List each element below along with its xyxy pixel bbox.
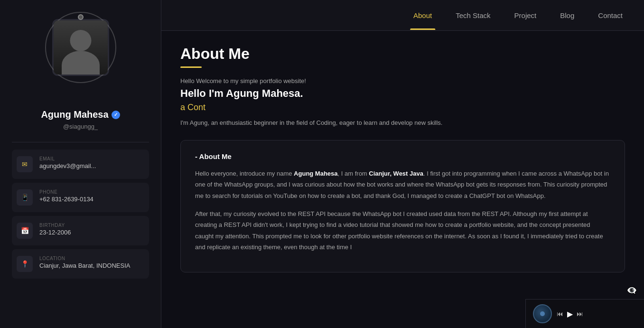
phone-info: 📱 PHONE +62 831-2639-0134 xyxy=(12,183,149,212)
profile-handle: @siagungg_ xyxy=(63,123,98,130)
visibility-icon[interactable]: 👁‍🗨 xyxy=(626,285,637,296)
phone-icon: 📱 xyxy=(17,189,33,206)
location-label: LOCATION xyxy=(39,256,130,261)
media-controls: ⏮ ▶ ⏭ xyxy=(557,309,583,319)
birthday-info: 📅 BIRTHDAY 23-12-2006 xyxy=(12,216,149,245)
location-info: 📍 LOCATION Cianjur, Jawa Barat, INDONESI… xyxy=(12,249,149,279)
email-label: EMAIL xyxy=(39,156,96,161)
phone-content: PHONE +62 831-2639-0134 xyxy=(39,189,93,203)
location-icon: 📍 xyxy=(17,256,33,272)
welcome-text: Hello Welcome to my simple portfolio web… xyxy=(180,77,625,84)
media-play-button[interactable]: ▶ xyxy=(567,309,573,319)
page-title: About Me xyxy=(180,45,625,63)
phone-label: PHONE xyxy=(39,189,93,195)
media-inner-dot xyxy=(540,311,545,316)
media-thumbnail xyxy=(533,304,552,323)
about-paragraph-1: Hello everyone, introduce my name Agung … xyxy=(195,168,610,201)
main-content: About Tech Stack Project Blog Contact Ab… xyxy=(161,0,644,328)
nav-item-contact[interactable]: Contact xyxy=(586,1,635,30)
avatar-container xyxy=(52,19,109,76)
sidebar: Agung Mahesa ✓ @siagungg_ ✉ EMAIL agungd… xyxy=(0,0,161,328)
page-layout: Agung Mahesa ✓ @siagungg_ ✉ EMAIL agungd… xyxy=(0,0,644,328)
email-icon: ✉ xyxy=(17,156,33,172)
title-underline xyxy=(180,66,202,68)
about-paragraph-2: After that, my curiosity evolved to the … xyxy=(195,208,610,253)
avatar xyxy=(52,19,109,76)
navigation: About Tech Stack Project Blog Contact xyxy=(161,0,644,31)
phone-value: +62 831-2639-0134 xyxy=(39,196,93,203)
profile-divider xyxy=(12,142,149,142)
birthday-icon: 📅 xyxy=(17,223,33,239)
birthday-content: BIRTHDAY 23-12-2006 xyxy=(39,223,71,236)
location-value: Cianjur, Jawa Barat, INDONESIA xyxy=(39,262,130,269)
nav-item-project[interactable]: Project xyxy=(503,1,549,30)
location-content: LOCATION Cianjur, Jawa Barat, INDONESIA xyxy=(39,256,130,269)
nav-item-tech-stack[interactable]: Tech Stack xyxy=(444,1,502,30)
nav-item-blog[interactable]: Blog xyxy=(548,1,586,30)
about-card-title: - About Me xyxy=(195,152,610,160)
nav-item-about[interactable]: About xyxy=(401,1,444,30)
media-fast-forward-button[interactable]: ⏭ xyxy=(577,310,583,318)
email-content: EMAIL agungdev3@gmail... xyxy=(39,156,96,169)
email-info: ✉ EMAIL agungdev3@gmail... xyxy=(12,150,149,179)
intro-text: I'm Agung, an enthusiastic beginner in t… xyxy=(180,118,625,128)
avatar-silhouette xyxy=(54,20,108,75)
verified-icon: ✓ xyxy=(112,111,120,119)
media-rewind-button[interactable]: ⏮ xyxy=(557,310,563,318)
profile-name: Agung Mahesa ✓ xyxy=(41,109,120,120)
email-value: agungdev3@gmail... xyxy=(39,162,96,169)
hello-name: Hello I'm Agung Mahesa. xyxy=(180,87,625,100)
content-area: About Me Hello Welcome to my simple port… xyxy=(161,31,644,328)
typing-text: a Cont xyxy=(180,103,625,112)
media-player: 👁‍🗨 ⏮ ▶ ⏭ xyxy=(525,299,644,328)
avatar-ring-dot xyxy=(78,14,84,20)
birthday-label: BIRTHDAY xyxy=(39,223,71,228)
birthday-value: 23-12-2006 xyxy=(39,229,71,236)
about-card: - About Me Hello everyone, introduce my … xyxy=(180,140,625,272)
